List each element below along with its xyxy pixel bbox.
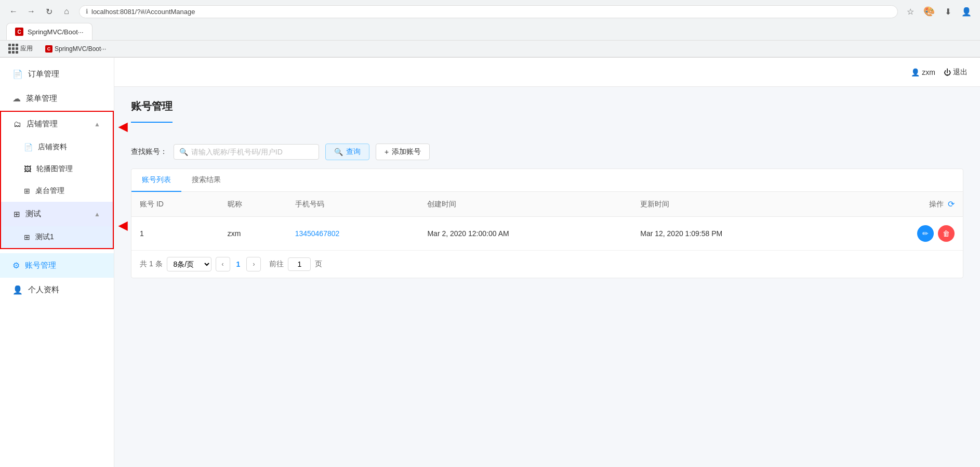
shop-group-icon: 🗂 xyxy=(14,120,21,128)
red-arrow-top: ◀ xyxy=(118,120,127,134)
search-label: 查找账号： xyxy=(131,147,167,157)
sidebar-shop-info[interactable]: 📄 店铺资料 xyxy=(1,136,113,158)
tab-bar: C SpringMVC/Boot··· xyxy=(0,23,980,41)
download-button[interactable]: ⬇ xyxy=(941,4,955,19)
table-row: 1 zxm 13450467802 Mar 2, 2020 12:00:00 A… xyxy=(131,217,963,251)
sidebar-test1-label: 测试1 xyxy=(35,232,54,242)
page-size-select[interactable]: 8条/页 20条/页 50条/页 xyxy=(167,257,211,271)
sidebar-item-profile-label: 个人资料 xyxy=(28,285,59,295)
table-header-row: 账号 ID 昵称 手机号码 创建时间 更新时间 操作 ⟳ xyxy=(131,192,963,217)
cell-created: Mar 2, 2020 12:00:00 AM xyxy=(419,217,632,251)
goto-input[interactable] xyxy=(288,257,311,271)
table-refresh-icon[interactable]: ⟳ xyxy=(948,199,955,209)
sidebar-carousel-label: 轮播图管理 xyxy=(36,164,73,174)
back-button[interactable]: ← xyxy=(6,4,21,19)
th-updated: 更新时间 xyxy=(632,192,845,217)
carousel-icon: 🖼 xyxy=(24,165,31,173)
query-button[interactable]: 🔍 查询 xyxy=(325,144,369,160)
app-container: 📄 订单管理 ☁ 菜单管理 ◀ 🗂 店铺管理 ▲ 📄 店铺资料 🖼 轮播图管理 xyxy=(0,58,980,467)
browser-chrome: ← → ↻ ⌂ ℹ localhost:8081/?#/AccountManag… xyxy=(0,0,980,58)
th-phone: 手机号码 xyxy=(287,192,419,217)
shop-info-icon: 📄 xyxy=(24,143,33,151)
red-arrow-bottom: ◀ xyxy=(118,219,127,232)
forward-button[interactable]: → xyxy=(24,4,38,19)
sidebar-item-orders-label: 订单管理 xyxy=(28,69,59,79)
sidebar-tables[interactable]: ⊞ 桌台管理 xyxy=(1,180,113,202)
sidebar-tables-label: 桌台管理 xyxy=(35,186,64,196)
goto-label: 前往 xyxy=(269,260,284,269)
apps-grid-icon xyxy=(8,44,18,54)
data-table: 账号 ID 昵称 手机号码 创建时间 更新时间 操作 ⟳ xyxy=(131,192,963,250)
table-card: 账号列表 搜索结果 账号 ID 昵称 手机号码 xyxy=(131,168,963,278)
cell-phone: 13450467802 xyxy=(287,217,419,251)
delete-button[interactable]: 🗑 xyxy=(938,225,955,242)
search-input-wrap: 🔍 xyxy=(174,144,319,160)
profile-icon: 👤 xyxy=(12,285,23,295)
bookmark-star-button[interactable]: ☆ xyxy=(903,4,918,19)
bookmarks-bar: 应用 C SpringMVC/Boot··· xyxy=(0,41,980,57)
current-page: 1 xyxy=(234,260,243,268)
profile-icon-button[interactable]: 🎨 xyxy=(922,4,936,19)
menu-icon: ☁ xyxy=(12,94,21,103)
app-header: 👤 zxm ⏻ 退出 xyxy=(114,58,980,87)
tab-search-results[interactable]: 搜索结果 xyxy=(181,169,231,192)
goto-page-suffix: 页 xyxy=(315,260,322,269)
th-nickname: 昵称 xyxy=(219,192,287,217)
pagination: 共 1 条 8条/页 20条/页 50条/页 ‹ 1 › 前往 页 xyxy=(131,250,963,278)
add-label: 添加账号 xyxy=(392,147,421,157)
search-icon: 🔍 xyxy=(179,148,188,156)
account-icon: ⚙ xyxy=(12,261,20,270)
tables-icon: ⊞ xyxy=(24,187,30,195)
sidebar-item-account[interactable]: ⚙ 账号管理 xyxy=(0,253,114,278)
test-group-arrow: ▲ xyxy=(94,211,100,218)
sidebar-test1[interactable]: ⊞ 测试1 xyxy=(1,226,113,248)
edit-button[interactable]: ✏ xyxy=(917,225,934,242)
tab-account-list[interactable]: 账号列表 xyxy=(131,169,181,192)
query-icon: 🔍 xyxy=(334,148,343,156)
test1-icon: ⊞ xyxy=(24,233,30,241)
table-body: 1 zxm 13450467802 Mar 2, 2020 12:00:00 A… xyxy=(131,217,963,251)
user-icon: 👤 xyxy=(911,68,920,76)
sidebar: 📄 订单管理 ☁ 菜单管理 ◀ 🗂 店铺管理 ▲ 📄 店铺资料 🖼 轮播图管理 xyxy=(0,58,114,467)
sidebar-item-profile[interactable]: 👤 个人资料 xyxy=(0,278,114,302)
shop-group-arrow: ▲ xyxy=(94,121,100,128)
user-account-button[interactable]: 👤 xyxy=(959,4,974,19)
springmvc-label: SpringMVC/Boot··· xyxy=(55,45,106,53)
reload-button[interactable]: ↻ xyxy=(42,4,56,19)
logout-power-icon: ⏻ xyxy=(944,68,951,76)
header-logout-label: 退出 xyxy=(953,68,968,77)
page-title: 账号管理 xyxy=(131,99,173,123)
sidebar-carousel[interactable]: 🖼 轮播图管理 xyxy=(1,158,113,180)
prev-page-button[interactable]: ‹ xyxy=(216,257,230,271)
sidebar-item-menu[interactable]: ☁ 菜单管理 xyxy=(0,86,114,111)
apps-bookmark[interactable]: 应用 xyxy=(6,43,35,55)
sidebar-shop-group-label: 店铺管理 xyxy=(27,119,58,129)
search-input[interactable] xyxy=(191,148,313,156)
header-logout-button[interactable]: ⏻ 退出 xyxy=(944,68,968,77)
th-created: 创建时间 xyxy=(419,192,632,217)
sidebar-item-orders[interactable]: 📄 订单管理 xyxy=(0,62,114,86)
query-label: 查询 xyxy=(346,147,361,157)
browser-actions: ☆ 🎨 ⬇ 👤 xyxy=(903,4,974,19)
sidebar-test-group-header[interactable]: ⊞ 测试 ▲ xyxy=(1,202,113,226)
sidebar-shop-info-label: 店铺资料 xyxy=(38,142,67,152)
browser-tab[interactable]: C SpringMVC/Boot··· xyxy=(6,23,92,40)
sidebar-item-menu-label: 菜单管理 xyxy=(26,94,57,103)
sidebar-shop-group: ◀ 🗂 店铺管理 ▲ 📄 店铺资料 🖼 轮播图管理 ⊞ 桌台管理 ⊞ xyxy=(0,111,114,249)
browser-toolbar: ← → ↻ ⌂ ℹ localhost:8081/?#/AccountManag… xyxy=(0,0,980,23)
address-info-icon: ℹ xyxy=(86,8,88,15)
springmvc-bookmark[interactable]: C SpringMVC/Boot··· xyxy=(43,44,108,54)
header-user: 👤 zxm xyxy=(911,68,935,76)
search-bar: 查找账号： 🔍 🔍 查询 + 添加账号 xyxy=(131,144,963,160)
home-button[interactable]: ⌂ xyxy=(59,4,74,19)
content-wrapper: 账号管理 查找账号： 🔍 🔍 查询 + 添加账号 xyxy=(114,87,980,291)
sidebar-test-group-label: 测试 xyxy=(25,209,41,219)
orders-icon: 📄 xyxy=(12,69,23,79)
sidebar-shop-group-header[interactable]: 🗂 店铺管理 ▲ xyxy=(1,112,113,136)
add-account-button[interactable]: + 添加账号 xyxy=(376,144,430,160)
address-bar[interactable]: ℹ localhost:8081/?#/AccountManage xyxy=(79,5,898,18)
header-username: zxm xyxy=(922,68,935,76)
next-page-button[interactable]: › xyxy=(246,257,261,271)
table-tabs: 账号列表 搜索结果 xyxy=(131,169,963,192)
springmvc-favicon: C xyxy=(45,45,52,53)
